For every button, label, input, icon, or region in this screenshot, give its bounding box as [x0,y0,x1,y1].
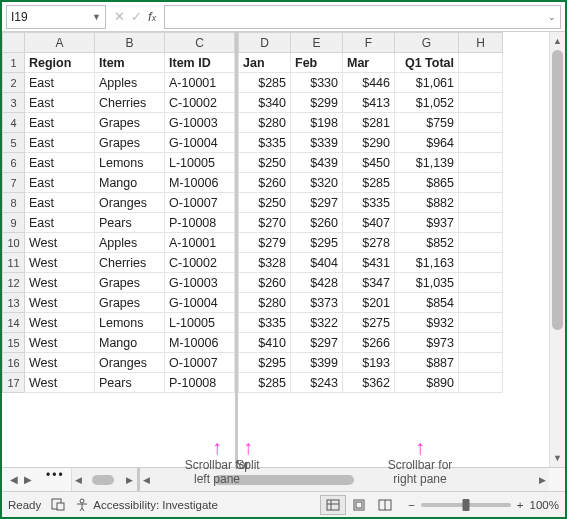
data-cell[interactable]: O-10007 [165,353,235,373]
scroll-left-icon[interactable]: ◀ [72,475,86,485]
data-cell[interactable]: $932 [395,313,459,333]
page-layout-view-button[interactable] [346,495,372,515]
data-cell[interactable] [459,153,503,173]
zoom-slider[interactable] [421,503,511,507]
data-cell[interactable]: $407 [343,213,395,233]
data-cell[interactable]: $347 [343,273,395,293]
data-cell[interactable]: $275 [343,313,395,333]
row-header[interactable]: 8 [3,193,25,213]
prev-sheet-icon[interactable]: ◀ [10,474,18,485]
row-header[interactable]: 14 [3,313,25,333]
data-cell[interactable]: $1,139 [395,153,459,173]
data-cell[interactable] [459,193,503,213]
data-cell[interactable]: Lemons [95,313,165,333]
data-cell[interactable]: P-10008 [165,373,235,393]
data-cell[interactable]: $295 [239,353,291,373]
data-cell[interactable]: Pears [95,213,165,233]
data-cell[interactable]: $193 [343,353,395,373]
data-cell[interactable]: $285 [343,173,395,193]
data-cell[interactable]: Cherries [95,253,165,273]
data-cell[interactable]: $328 [239,253,291,273]
data-cell[interactable]: $1,035 [395,273,459,293]
column-header[interactable]: H [459,33,503,53]
row-header[interactable]: 11 [3,253,25,273]
accessibility-status[interactable]: Accessibility: Investigate [75,498,218,512]
data-cell[interactable]: $260 [291,213,343,233]
header-cell[interactable]: Q1 Total [395,53,459,73]
data-cell[interactable]: Oranges [95,193,165,213]
data-cell[interactable] [459,113,503,133]
data-cell[interactable]: $450 [343,153,395,173]
data-cell[interactable]: $280 [239,113,291,133]
scrollbar-thumb[interactable] [92,475,114,485]
data-cell[interactable]: $937 [395,213,459,233]
page-break-view-button[interactable] [372,495,398,515]
chevron-down-icon[interactable]: ▼ [92,12,101,22]
data-cell[interactable]: $1,061 [395,73,459,93]
data-cell[interactable]: $297 [291,333,343,353]
header-cell[interactable]: Feb [291,53,343,73]
column-header[interactable]: B [95,33,165,53]
data-cell[interactable]: $973 [395,333,459,353]
scroll-up-icon[interactable]: ▲ [550,34,565,48]
data-cell[interactable]: $887 [395,353,459,373]
data-cell[interactable]: West [25,333,95,353]
data-cell[interactable]: West [25,373,95,393]
formula-input[interactable]: ⌄ [164,5,561,29]
data-cell[interactable] [459,353,503,373]
data-cell[interactable]: East [25,173,95,193]
data-cell[interactable]: M-10006 [165,333,235,353]
normal-view-button[interactable] [320,495,346,515]
fx-icon[interactable]: fx [148,9,156,24]
data-cell[interactable]: $410 [239,333,291,353]
row-header[interactable]: 17 [3,373,25,393]
data-cell[interactable] [459,133,503,153]
data-cell[interactable]: $243 [291,373,343,393]
data-cell[interactable]: Lemons [95,153,165,173]
data-cell[interactable] [459,73,503,93]
left-pane-hscrollbar[interactable]: ◀ ▶ [71,468,137,491]
data-cell[interactable]: $281 [343,113,395,133]
data-cell[interactable]: East [25,113,95,133]
data-cell[interactable] [459,253,503,273]
data-cell[interactable]: G-10003 [165,113,235,133]
data-cell[interactable]: $446 [343,73,395,93]
data-cell[interactable]: Grapes [95,113,165,133]
data-cell[interactable]: $335 [239,313,291,333]
row-header[interactable]: 5 [3,133,25,153]
data-cell[interactable]: $266 [343,333,395,353]
data-cell[interactable]: C-10002 [165,93,235,113]
next-sheet-icon[interactable]: ▶ [24,474,32,485]
cancel-icon[interactable]: ✕ [114,9,125,24]
sheet-nav[interactable]: ◀ ▶ [2,468,40,491]
data-cell[interactable]: L-10005 [165,153,235,173]
data-cell[interactable]: West [25,293,95,313]
data-cell[interactable]: $340 [239,93,291,113]
data-cell[interactable]: Apples [95,233,165,253]
header-cell[interactable]: Jan [239,53,291,73]
row-header[interactable]: 12 [3,273,25,293]
data-cell[interactable]: East [25,133,95,153]
left-pane[interactable]: ABC1RegionItemItem ID2EastApplesA-100013… [2,32,235,467]
column-header[interactable]: A [25,33,95,53]
data-cell[interactable]: $431 [343,253,395,273]
data-cell[interactable]: $320 [291,173,343,193]
data-cell[interactable]: Grapes [95,293,165,313]
data-cell[interactable]: $285 [239,373,291,393]
data-cell[interactable]: West [25,353,95,373]
scrollbar-thumb[interactable] [214,475,354,485]
column-header[interactable]: C [165,33,235,53]
data-cell[interactable]: $1,052 [395,93,459,113]
data-cell[interactable]: $201 [343,293,395,313]
data-cell[interactable]: $270 [239,213,291,233]
data-cell[interactable] [459,333,503,353]
data-cell[interactable] [459,233,503,253]
macro-record-icon[interactable] [51,497,65,513]
data-cell[interactable]: Mango [95,333,165,353]
data-cell[interactable]: Cherries [95,93,165,113]
data-cell[interactable]: G-10004 [165,293,235,313]
data-cell[interactable]: $865 [395,173,459,193]
data-cell[interactable]: Oranges [95,353,165,373]
row-header[interactable]: 13 [3,293,25,313]
data-cell[interactable]: $854 [395,293,459,313]
